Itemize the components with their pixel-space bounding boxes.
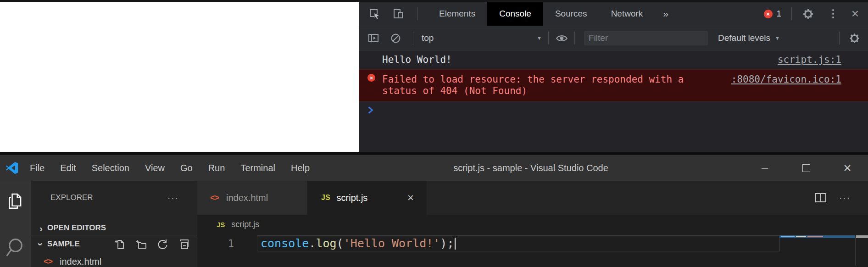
console-toolbar: top ▼ Default levels ▼ xyxy=(359,26,868,50)
text-cursor xyxy=(455,238,456,250)
console-log-text: Hello World! xyxy=(382,54,768,65)
clear-console-icon[interactable] xyxy=(389,32,402,44)
javascript-context-selector[interactable]: top ▼ xyxy=(422,33,542,43)
chevron-right-icon: › xyxy=(35,223,47,233)
split-editor-icon[interactable] xyxy=(814,191,827,204)
token-dot: . xyxy=(309,237,316,250)
token-log: log xyxy=(316,237,336,250)
new-file-icon[interactable] xyxy=(113,238,125,250)
console-prompt[interactable] xyxy=(359,101,868,114)
error-line-2: status of 404 (Not Found) xyxy=(382,85,722,97)
minimize-button[interactable]: ─ xyxy=(744,155,785,181)
devtools-panel: Elements Console Sources Network » × 1 xyxy=(359,2,868,152)
error-icon: × xyxy=(367,74,375,82)
source-link-script-js[interactable]: script.js:1 xyxy=(778,54,841,65)
error-count: 1 xyxy=(777,9,781,19)
explorer-more-icon[interactable]: ··· xyxy=(167,193,179,203)
editor-more-icon[interactable]: ··· xyxy=(839,193,851,203)
editor-actions: ··· xyxy=(814,181,868,215)
tab-elements[interactable]: Elements xyxy=(427,2,487,26)
log-levels-selector[interactable]: Default levels ▼ xyxy=(718,33,780,43)
window-title: script.js - sample - Visual Studio Code xyxy=(317,163,744,173)
menu-terminal[interactable]: Terminal xyxy=(233,163,283,173)
explorer-activity-icon[interactable] xyxy=(6,192,25,211)
more-tabs-icon[interactable]: » xyxy=(655,2,677,26)
tab-sources[interactable]: Sources xyxy=(543,2,599,26)
token-close: ); xyxy=(440,237,454,250)
collapse-folders-icon[interactable] xyxy=(178,238,190,250)
vscode-logo-icon xyxy=(6,161,19,175)
tab-close-icon[interactable]: × xyxy=(407,192,414,203)
error-count-badge[interactable]: × 1 xyxy=(764,9,781,19)
refresh-icon[interactable] xyxy=(156,238,168,250)
search-activity-icon[interactable] xyxy=(6,238,25,259)
menu-go[interactable]: Go xyxy=(172,163,200,173)
code-editor[interactable]: 1 console.log('Hello World!'); xyxy=(197,234,868,267)
live-expression-eye-icon[interactable] xyxy=(555,32,568,44)
token-open-paren: ( xyxy=(337,237,344,250)
context-label: top xyxy=(422,33,434,43)
menu-help[interactable]: Help xyxy=(283,163,317,173)
console-output: Hello World! script.js:1 × Failed to loa… xyxy=(359,50,868,152)
tab-console[interactable]: Console xyxy=(487,2,543,26)
menu-bar: File Edit Selection View Go Run Terminal… xyxy=(22,163,317,173)
menu-file[interactable]: File xyxy=(22,163,52,173)
browser-viewport xyxy=(0,2,359,152)
editor-group: <> index.html JS script.js × xyxy=(197,181,868,267)
menu-run[interactable]: Run xyxy=(200,163,233,173)
editor-tab-bar: <> index.html JS script.js × xyxy=(197,181,868,215)
open-editors-section[interactable]: › OPEN EDITORS xyxy=(31,221,197,235)
close-button[interactable]: × xyxy=(827,155,868,181)
editor-tab-script-js[interactable]: JS script.js × xyxy=(307,181,427,215)
divider xyxy=(574,32,575,44)
device-toolbar-icon[interactable] xyxy=(392,7,405,20)
console-settings-gear-icon[interactable] xyxy=(848,32,861,44)
chevron-down-icon: › xyxy=(36,238,46,250)
devtools-tab-bar: Elements Console Sources Network » × 1 xyxy=(359,2,868,26)
inspect-element-icon[interactable] xyxy=(368,7,381,20)
token-console: console xyxy=(261,237,309,250)
settings-gear-icon[interactable] xyxy=(802,7,815,20)
folder-label: SAMPLE xyxy=(47,239,80,249)
divider xyxy=(413,32,413,44)
breadcrumb[interactable]: JS script.js xyxy=(197,215,868,234)
vscode-window: File Edit Selection View Go Run Terminal… xyxy=(0,155,868,267)
folder-sample-header[interactable]: › SAMPLE xyxy=(31,235,197,253)
console-filter-input[interactable] xyxy=(584,31,708,45)
error-badge-icon: × xyxy=(764,10,773,18)
explorer-actions xyxy=(113,238,197,250)
explorer-sidebar: EXPLORER ··· › OPEN EDITORS › SAMPLE xyxy=(31,181,197,267)
chevron-down-icon: ▼ xyxy=(775,35,780,41)
more-options-icon[interactable] xyxy=(832,9,834,18)
prompt-chevron-icon xyxy=(367,106,374,114)
maximize-button[interactable] xyxy=(785,155,827,181)
source-link-favicon[interactable]: :8080/favicon.ico:1 xyxy=(731,74,841,85)
explorer-title: EXPLORER xyxy=(50,193,93,202)
divider xyxy=(839,32,840,44)
js-file-icon: JS xyxy=(321,194,330,202)
window-divider xyxy=(0,152,868,155)
menu-edit[interactable]: Edit xyxy=(52,163,83,173)
console-sidebar-icon[interactable] xyxy=(367,32,380,44)
error-icon-slot: × xyxy=(367,74,382,82)
file-index-html[interactable]: <> index.html xyxy=(31,255,197,267)
tab-network[interactable]: Network xyxy=(599,2,655,26)
vscode-titlebar: File Edit Selection View Go Run Terminal… xyxy=(0,155,868,181)
window-controls: ─ × xyxy=(744,155,868,181)
console-error-text: Failed to load resource: the server resp… xyxy=(382,74,722,97)
minimap[interactable] xyxy=(779,235,856,266)
devtools-close-icon[interactable]: × xyxy=(851,7,859,20)
new-folder-icon[interactable] xyxy=(135,238,147,250)
current-line-highlight: console.log('Hello World!'); xyxy=(257,235,780,251)
html-file-icon: <> xyxy=(44,257,52,267)
menu-selection[interactable]: Selection xyxy=(84,163,137,173)
breadcrumb-file: script.js xyxy=(231,220,259,229)
levels-label: Default levels xyxy=(718,33,770,43)
html-file-icon: <> xyxy=(210,193,219,203)
divider xyxy=(417,7,418,20)
editor-tab-index-html[interactable]: <> index.html xyxy=(197,181,307,215)
error-line-1: Failed to load resource: the server resp… xyxy=(382,74,722,85)
menu-view[interactable]: View xyxy=(137,163,172,173)
code-line-1: 1 console.log('Hello World!'); xyxy=(197,235,868,251)
token-string: 'Hello World!' xyxy=(344,237,440,250)
